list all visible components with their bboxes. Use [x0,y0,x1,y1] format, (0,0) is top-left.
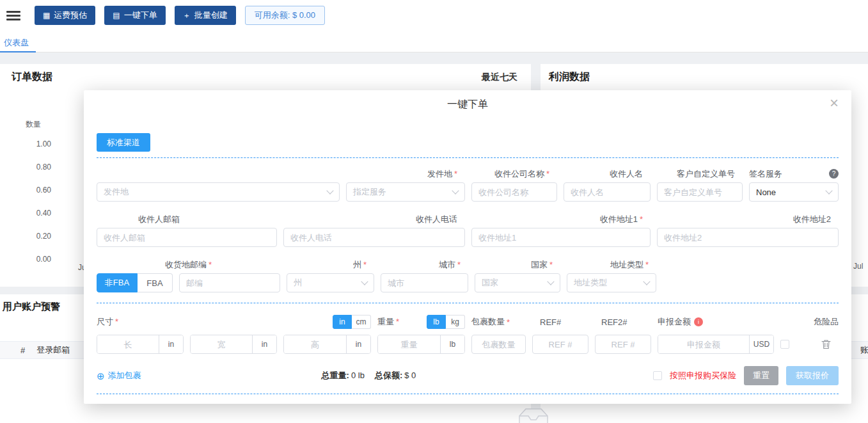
package-label-row: 尺寸* in cm 重量* lb kg 包裹数量* REF# REF2# [84,315,851,329]
address-type-label: 地址类型* [567,259,656,270]
tab-active-underline [0,51,36,52]
declared-value-input[interactable] [658,335,749,353]
sender-location-label: 发件地* [346,168,465,179]
weight-input[interactable] [378,335,440,353]
insurance-checkbox[interactable] [653,371,662,380]
order-icon: ▤ [113,12,120,19]
company-name-input[interactable] [471,182,557,202]
width-unit-suffix: in [252,335,276,353]
recipient-name-label: 收件人名 [564,168,651,179]
recipient-email-input[interactable] [97,228,277,247]
state-select[interactable]: 州 [287,273,374,292]
size-unit-toggle: in cm [333,315,371,329]
package-qty-input[interactable] [471,335,526,354]
divider-middle [97,303,839,303]
calculator-icon: ▦ [43,12,50,19]
get-quote-button[interactable]: 获取报价 [786,366,839,385]
chevron-down-icon [361,278,368,285]
order-data-title: 订单数据 [12,70,52,84]
one-click-order-button[interactable]: ▤ 一键下单 [104,6,165,25]
chart-y-tick: 1.00 [28,140,51,148]
unit-cm-toggle[interactable]: cm [352,315,371,329]
total-weight: 总重量:0 lb [322,370,365,381]
recipient-name-input[interactable] [564,182,651,202]
ref2-input[interactable] [595,335,651,354]
chart-y-tick: 0.20 [28,232,51,241]
one-click-order-modal: 一键下单 × 标准渠道 发件地 发件地* 指定服务 收件公司名称* [84,90,851,404]
plus-circle-icon: ⊕ [97,371,105,381]
ref-label: REF# [532,317,588,327]
chart-y-tick: 0.40 [28,209,51,218]
unit-lb-toggle[interactable]: lb [427,315,446,329]
weight-unit-suffix: lb [440,335,464,353]
profit-data-title: 利润数据 [549,70,590,84]
form-row-3: 收货地邮编* 非FBA FBA 州* 州 城市* [84,259,851,292]
package-input-row: in in in lb USD [84,335,851,354]
custom-order-no-label: 客户自定义单号 [657,168,743,179]
recipient-email-label: 收件人邮箱 [97,214,277,225]
signature-service-label: 签名服务 [749,168,782,179]
top-toolbar: ▦ 运费预估 ▤ 一键下单 ＋ 批量创建 可用余额: $ 0.00 [0,0,868,31]
close-icon[interactable]: × [830,95,839,111]
divider-bottom [97,394,839,394]
city-input[interactable] [381,273,468,292]
chevron-down-icon [547,278,554,285]
add-package-link[interactable]: ⊕ 添加包裹 [97,370,141,381]
address-type-select[interactable]: 地址类型 [567,273,656,292]
chart-y-tick: 0.00 [28,255,51,264]
fba-toggle-group: 非FBA FBA [97,273,173,292]
chart-y-axis-label: 数量 [26,119,41,130]
country-label: 国家* [475,259,560,270]
length-input[interactable] [97,335,159,353]
form-row-1: 发件地 发件地* 指定服务 收件公司名称* 收件人名 [84,168,851,202]
chart-y-tick: 0.60 [28,186,51,195]
modal-footer: ⊕ 添加包裹 总重量:0 lb 总保额:$ 0 按照申报购买保险 重置 获取报价 [84,366,851,385]
last-seven-days-filter[interactable]: 最近七天 [482,72,517,83]
fba-toggle[interactable]: FBA [138,273,173,292]
company-name-label: 收件公司名称* [471,168,557,179]
width-input[interactable] [191,335,252,353]
country-select[interactable]: 国家 [475,273,560,292]
chart-x-tick-right: Jul [853,262,863,271]
length-unit-suffix: in [159,335,183,353]
weight-unit-toggle: lb kg [427,315,465,329]
non-fba-toggle[interactable]: 非FBA [97,273,138,292]
form-row-2: 收件人邮箱 收件人电话 收件地址1* 收件地址2 [84,214,851,247]
declared-value-label: 申报金额 [658,316,691,328]
ref-input[interactable] [532,335,588,354]
unit-kg-toggle[interactable]: kg [446,315,465,329]
unit-in-toggle[interactable]: in [333,315,352,329]
tab-dashboard[interactable]: 仪表盘 [4,37,29,49]
batch-create-button[interactable]: ＋ 批量创建 [175,6,236,25]
menu-icon[interactable] [6,11,20,20]
help-icon[interactable]: ? [829,169,839,179]
state-label: 州* [287,259,374,270]
chevron-down-icon [452,187,459,194]
custom-order-no-input[interactable] [657,182,743,202]
height-input[interactable] [284,335,346,353]
hazard-checkbox[interactable] [780,340,789,349]
zip-input[interactable] [179,273,280,292]
recipient-phone-input[interactable] [283,228,465,247]
chevron-down-icon [326,187,333,194]
city-label: 城市* [381,259,468,270]
info-icon[interactable]: i [694,317,703,326]
total-insurance: 总保额:$ 0 [375,370,416,381]
weight-label: 重量* [377,316,399,328]
freight-estimate-button[interactable]: ▦ 运费预估 [35,6,95,25]
available-balance-button[interactable]: 可用余额: $ 0.00 [245,6,325,25]
standard-channel-button[interactable]: 标准渠道 [97,133,150,152]
designated-service-select[interactable]: 指定服务 [346,182,465,202]
address1-input[interactable] [471,228,651,247]
chevron-down-icon [825,187,832,194]
trash-icon [821,339,831,349]
recipient-phone-label: 收件人电话 [283,214,465,225]
height-unit-suffix: in [346,335,370,353]
reset-button[interactable]: 重置 [744,366,778,385]
empty-state-box-icon [516,406,551,423]
insurance-checkbox-label[interactable]: 按照申报购买保险 [670,370,736,381]
signature-service-select[interactable]: None [749,182,839,202]
address2-input[interactable] [657,228,839,247]
sender-location-select[interactable]: 发件地 [97,182,340,202]
delete-package-button[interactable] [821,339,831,349]
